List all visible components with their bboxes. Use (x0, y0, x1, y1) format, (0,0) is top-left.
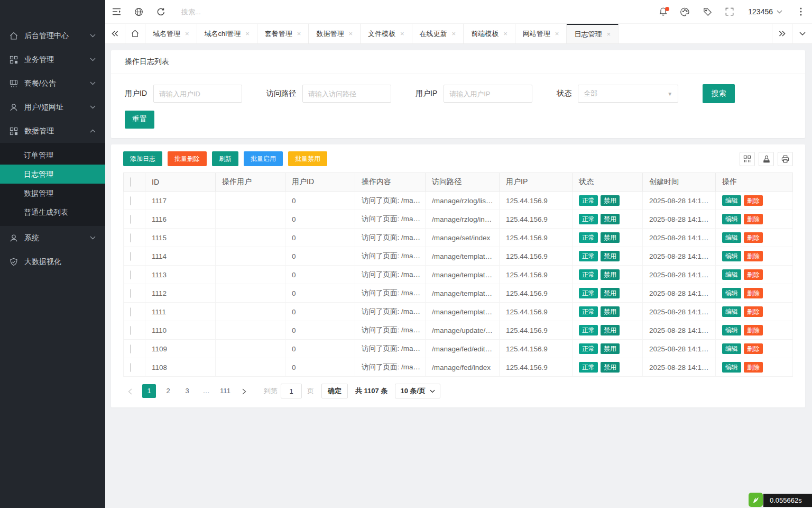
batch-disable-button[interactable]: 批量禁用 (288, 151, 327, 166)
close-icon[interactable]: × (452, 30, 456, 38)
globe-icon[interactable] (127, 0, 150, 24)
tab-data-mgmt[interactable]: 数据管理× (309, 24, 361, 43)
page-button-2[interactable]: 2 (161, 384, 175, 398)
batch-delete-button[interactable]: 批量删除 (168, 151, 207, 166)
tab-front-template[interactable]: 前端模板× (464, 24, 515, 43)
page-size-select[interactable]: 10 条/页 (395, 384, 440, 398)
tab-log-mgmt[interactable]: 日志管理× (567, 24, 619, 43)
tabs-scroll-left-icon[interactable] (105, 24, 125, 43)
collapse-menu-icon[interactable] (105, 0, 127, 24)
status-disabled-badge[interactable]: 禁用 (601, 343, 620, 354)
goto-page-input[interactable] (281, 384, 302, 398)
tabs-menu-icon[interactable] (792, 24, 812, 43)
close-icon[interactable]: × (185, 30, 189, 38)
prev-page-icon[interactable] (123, 384, 137, 398)
edit-button[interactable]: 编辑 (722, 269, 741, 280)
status-normal-badge[interactable]: 正常 (579, 195, 598, 206)
row-checkbox[interactable] (130, 344, 131, 353)
print-icon[interactable] (778, 152, 793, 166)
status-disabled-badge[interactable]: 禁用 (601, 325, 620, 335)
status-normal-badge[interactable]: 正常 (579, 232, 598, 243)
row-checkbox[interactable] (130, 289, 131, 298)
search-input[interactable] (181, 8, 319, 16)
status-disabled-badge[interactable]: 禁用 (601, 251, 620, 261)
visit-path-input[interactable] (302, 85, 391, 103)
status-normal-badge[interactable]: 正常 (579, 306, 598, 317)
refresh-icon[interactable] (150, 0, 172, 24)
sidebar-item-big-data-visual[interactable]: 大数据视化 (0, 250, 105, 274)
refresh-button[interactable]: 刷新 (212, 151, 238, 166)
tab-domain-mgmt[interactable]: 域名管理× (145, 24, 197, 43)
page-button-111[interactable]: 111 (218, 384, 232, 398)
status-disabled-badge[interactable]: 禁用 (601, 269, 620, 280)
row-checkbox[interactable] (130, 307, 131, 316)
sidebar-item-business-mgmt[interactable]: 业务管理 (0, 48, 105, 71)
status-normal-badge[interactable]: 正常 (579, 325, 598, 335)
tab-online-update[interactable]: 在线更新× (412, 24, 464, 43)
row-checkbox[interactable] (130, 363, 131, 372)
status-normal-badge[interactable]: 正常 (579, 362, 598, 373)
close-icon[interactable]: × (348, 30, 353, 38)
sidebar-subitem-normal-gen-list[interactable]: 普通生成列表 (0, 203, 105, 222)
delete-button[interactable]: 删除 (744, 288, 763, 298)
edit-button[interactable]: 编辑 (722, 251, 741, 261)
edit-button[interactable]: 编辑 (722, 343, 741, 354)
batch-enable-button[interactable]: 批量启用 (244, 151, 283, 166)
sidebar-subitem-log-mgmt[interactable]: 日志管理 (0, 165, 105, 184)
edit-button[interactable]: 编辑 (722, 306, 741, 317)
sidebar-item-data-mgmt[interactable]: 数据管理 (0, 119, 105, 143)
status-normal-badge[interactable]: 正常 (579, 251, 598, 261)
close-icon[interactable]: × (400, 30, 404, 38)
edit-button[interactable]: 编辑 (722, 362, 741, 373)
status-disabled-badge[interactable]: 禁用 (601, 306, 620, 317)
bell-icon[interactable] (652, 0, 674, 24)
page-button-1[interactable]: 1 (142, 384, 156, 398)
delete-button[interactable]: 删除 (744, 343, 763, 354)
tabs-scroll-right-icon[interactable] (772, 24, 792, 43)
user-ip-input[interactable] (444, 85, 532, 103)
close-icon[interactable]: × (606, 30, 611, 38)
close-icon[interactable]: × (503, 30, 508, 38)
select-all-checkbox[interactable] (130, 177, 131, 187)
row-checkbox[interactable] (130, 326, 131, 335)
row-checkbox[interactable] (130, 196, 131, 205)
add-log-button[interactable]: 添加日志 (123, 151, 162, 166)
status-disabled-badge[interactable]: 禁用 (601, 232, 620, 243)
tab-file-template[interactable]: 文件模板× (361, 24, 412, 43)
row-checkbox[interactable] (130, 252, 131, 261)
close-icon[interactable]: × (297, 30, 301, 38)
more-vertical-icon[interactable] (790, 0, 812, 24)
status-disabled-badge[interactable]: 禁用 (601, 288, 620, 298)
status-normal-badge[interactable]: 正常 (579, 269, 598, 280)
row-checkbox[interactable] (130, 215, 131, 224)
sidebar-subitem-order-mgmt[interactable]: 订单管理 (0, 146, 105, 165)
delete-button[interactable]: 删除 (744, 251, 763, 261)
reset-button[interactable]: 重置 (125, 111, 154, 129)
tab-package-mgmt[interactable]: 套餐管理× (257, 24, 309, 43)
tab-domain-chi-mgmt[interactable]: 域名chi管理× (197, 24, 257, 43)
edit-button[interactable]: 编辑 (722, 195, 741, 206)
theme-palette-icon[interactable] (674, 0, 696, 24)
status-disabled-badge[interactable]: 禁用 (601, 362, 620, 373)
status-select[interactable]: 全部▼ (578, 85, 678, 103)
edit-button[interactable]: 编辑 (722, 325, 741, 335)
tag-icon[interactable] (696, 0, 718, 24)
delete-button[interactable]: 删除 (744, 232, 763, 243)
row-checkbox[interactable] (130, 270, 131, 279)
edit-button[interactable]: 编辑 (722, 214, 741, 224)
close-icon[interactable]: × (245, 30, 250, 38)
home-tab-icon[interactable] (125, 24, 145, 43)
user-menu[interactable]: 123456 (741, 7, 790, 16)
tab-site-mgmt[interactable]: 网站管理× (515, 24, 567, 43)
delete-button[interactable]: 删除 (744, 306, 763, 317)
sidebar-item-user-shorturl[interactable]: 用户/短网址 (0, 95, 105, 119)
search-button[interactable]: 搜索 (703, 84, 735, 103)
row-checkbox[interactable] (130, 233, 131, 242)
status-disabled-badge[interactable]: 禁用 (601, 195, 620, 206)
status-normal-badge[interactable]: 正常 (579, 288, 598, 298)
status-disabled-badge[interactable]: 禁用 (601, 214, 620, 224)
export-icon[interactable] (759, 152, 774, 166)
next-page-icon[interactable] (237, 384, 251, 398)
confirm-page-button[interactable]: 确定 (321, 384, 348, 398)
sidebar-subitem-data-mgmt-sub[interactable]: 数据管理 (0, 184, 105, 203)
